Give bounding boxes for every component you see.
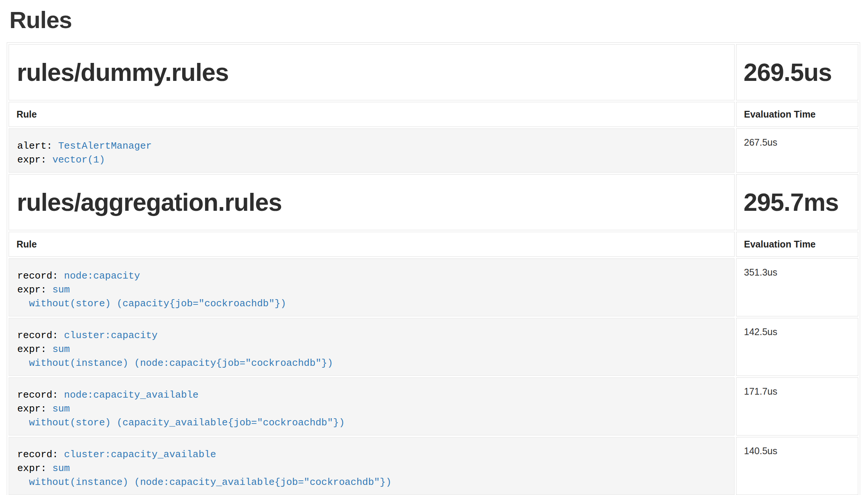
rule-cell: record: node:capacity_available expr: su…	[9, 377, 735, 435]
rule-row: record: node:capacity_available expr: su…	[9, 377, 858, 435]
page-title: Rules	[0, 0, 868, 32]
rule-name-link[interactable]: TestAlertManager	[58, 140, 152, 152]
rule-column-header: Rule	[9, 232, 735, 257]
expr-label: expr:	[17, 403, 46, 414]
rule-expr-link[interactable]: sum without(store) (capacity_available{j…	[17, 403, 345, 428]
rule-eval-time: 140.5us	[736, 437, 858, 495]
rule-group-eval-total: 269.5us	[737, 58, 858, 86]
rules-table: rules/dummy.rules 269.5us Rule Evaluatio…	[7, 43, 860, 495]
rule-row: record: cluster:capacity_available expr:…	[9, 437, 858, 495]
eval-time-column-header: Evaluation Time	[736, 102, 858, 127]
rule-code: record: node:capacity expr: sum without(…	[17, 269, 726, 311]
rule-name-link[interactable]: cluster:capacity	[64, 330, 158, 341]
rule-group-file-cell: rules/aggregation.rules	[9, 174, 735, 230]
rule-column-header: Rule	[9, 102, 735, 127]
rule-group-file-cell: rules/dummy.rules	[9, 44, 735, 100]
rule-cell: record: cluster:capacity expr: sum witho…	[9, 318, 735, 376]
rule-expr-link[interactable]: sum without(instance) (node:capacity{job…	[17, 344, 333, 369]
rule-group-file: rules/dummy.rules	[9, 58, 734, 86]
rule-kind-label: record:	[17, 330, 58, 341]
rule-cell: record: cluster:capacity_available expr:…	[9, 437, 735, 495]
rule-kind-label: alert:	[17, 140, 52, 152]
table-header-row: Rule Evaluation Time	[9, 102, 858, 127]
rule-expr-link[interactable]: vector(1)	[52, 154, 105, 165]
rule-name-link[interactable]: cluster:capacity_available	[64, 449, 216, 460]
rule-kind-label: record:	[17, 389, 58, 401]
rule-group-heading-row: rules/aggregation.rules 295.7ms	[9, 174, 858, 230]
rule-expr-link[interactable]: sum without(store) (capacity{job="cockro…	[17, 284, 286, 309]
expr-label: expr:	[17, 344, 46, 355]
rules-page: Rules rules/dummy.rules 269.5us Rule Eva…	[0, 0, 868, 495]
expr-label: expr:	[17, 463, 46, 474]
rule-kind-label: record:	[17, 449, 58, 460]
rule-group-eval-cell: 295.7ms	[736, 174, 858, 230]
rule-eval-time: 267.5us	[736, 128, 858, 173]
rule-group-file: rules/aggregation.rules	[9, 188, 734, 216]
rule-code: alert: TestAlertManager expr: vector(1)	[17, 139, 726, 167]
rule-eval-time: 351.3us	[736, 258, 858, 316]
rule-kind-label: record:	[17, 270, 58, 282]
rule-code: record: cluster:capacity_available expr:…	[17, 448, 726, 489]
rule-row: record: node:capacity expr: sum without(…	[9, 258, 858, 316]
rule-group-eval-total: 295.7ms	[737, 188, 858, 216]
rule-code: record: node:capacity_available expr: su…	[17, 388, 726, 430]
rule-expr-link[interactable]: sum without(instance) (node:capacity_ava…	[17, 463, 392, 488]
rule-name-link[interactable]: node:capacity_available	[64, 389, 199, 401]
eval-time-column-header: Evaluation Time	[736, 232, 858, 257]
rule-code: record: cluster:capacity expr: sum witho…	[17, 329, 726, 370]
rule-group-heading-row: rules/dummy.rules 269.5us	[9, 44, 858, 100]
rule-cell: record: node:capacity expr: sum without(…	[9, 258, 735, 316]
rule-row: alert: TestAlertManager expr: vector(1) …	[9, 128, 858, 173]
rule-eval-time: 171.7us	[736, 377, 858, 435]
expr-label: expr:	[17, 284, 46, 295]
table-header-row: Rule Evaluation Time	[9, 232, 858, 257]
expr-label: expr:	[17, 154, 46, 165]
rule-group-eval-cell: 269.5us	[736, 44, 858, 100]
rule-cell: alert: TestAlertManager expr: vector(1)	[9, 128, 735, 173]
rule-row: record: cluster:capacity expr: sum witho…	[9, 318, 858, 376]
rule-name-link[interactable]: node:capacity	[64, 270, 140, 282]
rule-eval-time: 142.5us	[736, 318, 858, 376]
rules-panel: rules/dummy.rules 269.5us Rule Evaluatio…	[7, 42, 860, 495]
